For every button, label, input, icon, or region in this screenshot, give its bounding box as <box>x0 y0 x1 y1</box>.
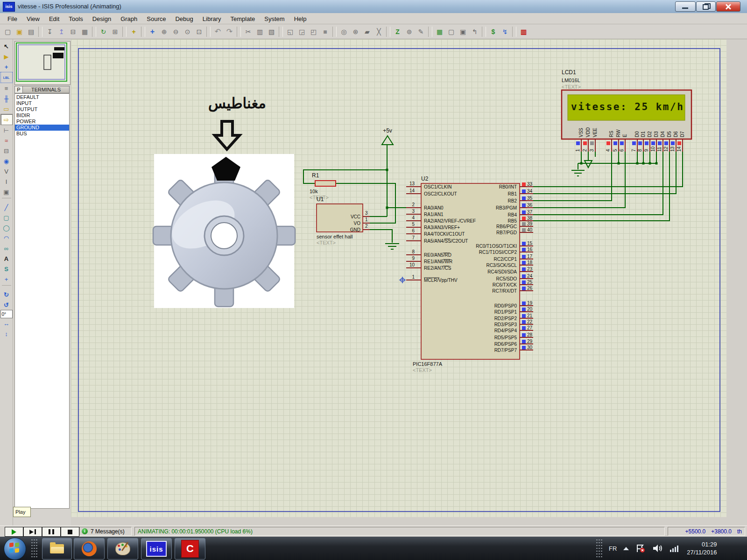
flip-horizontal-icon[interactable]: ↔ <box>1 318 12 329</box>
junction-dot-icon[interactable]: + <box>1 62 12 72</box>
sep[interactable] <box>237 27 241 37</box>
menu-item[interactable]: Source <box>142 14 170 23</box>
pick-parts-icon[interactable]: ◎ <box>338 26 350 37</box>
sep[interactable] <box>386 27 390 37</box>
sep[interactable] <box>38 27 42 37</box>
action-center-flag-icon[interactable] <box>635 544 646 553</box>
menu-item[interactable]: Library <box>198 14 226 23</box>
microcontroller-u2[interactable]: U2 PIC16F877A <TEXT> 13 OSC1/CLKIN 14 OS… <box>399 175 533 373</box>
path-2d-icon[interactable]: ∞ <box>1 243 12 253</box>
box-2d-icon[interactable]: ▢ <box>1 212 12 223</box>
sep[interactable] <box>2 198 11 201</box>
block-move-icon[interactable]: ◲ <box>296 26 308 37</box>
zoom-area-icon[interactable]: ⊡ <box>193 26 205 37</box>
sep[interactable] <box>332 27 337 37</box>
sep[interactable] <box>512 27 516 37</box>
volume-icon[interactable] <box>652 544 663 553</box>
wire[interactable] <box>533 152 683 221</box>
minimize-button[interactable] <box>675 1 696 12</box>
goto-sheet-icon[interactable]: ↰ <box>469 26 480 37</box>
clock[interactable]: 01:29 27/11/2016 <box>687 540 717 556</box>
sep[interactable] <box>141 27 145 37</box>
bill-of-materials-icon[interactable]: $ <box>487 26 499 37</box>
sep[interactable] <box>2 285 11 288</box>
menu-item[interactable]: View <box>22 14 44 23</box>
toggle-grid-icon[interactable]: ⊞ <box>109 26 121 37</box>
rotate-ccw-icon[interactable]: ↺ <box>1 300 12 310</box>
cut-icon[interactable]: ✂ <box>242 26 254 37</box>
lcd-display-lcd1[interactable]: LCD1 LM016L <TEXT> vitesse: 25 km/h 1 VS… <box>562 69 691 152</box>
play-button[interactable] <box>5 527 23 537</box>
sep[interactable] <box>279 27 283 37</box>
property-assignment-icon[interactable]: ✎ <box>415 26 427 37</box>
terminal-mode-icon[interactable]: ⇨ <box>0 114 13 125</box>
schematic-canvas[interactable]: مغناطيس <box>71 39 726 517</box>
arc-2d-icon[interactable]: ◠ <box>1 233 12 243</box>
origin-icon[interactable]: + <box>128 26 140 37</box>
selection-mode-icon[interactable]: ↖ <box>1 41 12 51</box>
show-hidden-icons[interactable] <box>623 547 629 550</box>
gear-image[interactable] <box>153 154 295 308</box>
mark-output-area-icon[interactable]: ▦ <box>79 26 91 37</box>
save-design-icon[interactable]: ▤ <box>25 26 37 37</box>
sensor-u1[interactable]: U1 VCC VO GND 3 1 2 sensor effet hall <T… <box>317 196 370 245</box>
export-section-icon[interactable]: ↥ <box>56 26 67 37</box>
menu-item[interactable]: Help <box>289 14 311 23</box>
zoom-all-icon[interactable]: ⊙ <box>182 26 193 37</box>
rotate-cw-icon[interactable]: ↻ <box>1 289 12 300</box>
print-icon[interactable]: ⊟ <box>67 26 79 37</box>
voltage-probe-icon[interactable]: V <box>1 166 12 176</box>
tape-recorder-icon[interactable]: ⊟ <box>1 146 12 156</box>
taskbar-firefox-button[interactable] <box>74 538 105 560</box>
pan-icon[interactable]: + <box>147 26 158 37</box>
device-pin-icon[interactable]: ⊢ <box>1 125 12 135</box>
menu-item[interactable]: Graph <box>116 14 142 23</box>
menu-item[interactable]: Template <box>226 14 260 23</box>
ground-symbol-lcd[interactable] <box>571 170 585 176</box>
message-counter[interactable]: i 7 Message(s) <box>79 527 132 536</box>
stop-button[interactable] <box>61 527 79 537</box>
open-design-icon[interactable]: ▣ <box>14 26 25 37</box>
marker-2d-icon[interactable]: + <box>1 274 12 284</box>
zoom-in-icon[interactable]: ⊕ <box>158 26 170 37</box>
terminal-list-item[interactable]: GROUND <box>15 125 69 131</box>
flip-vertical-icon[interactable]: ↕ <box>1 329 12 339</box>
design-explorer-icon[interactable]: ▦ <box>434 26 445 37</box>
current-probe-icon[interactable]: I <box>1 176 12 187</box>
remove-sheet-icon[interactable]: ▣ <box>457 26 469 37</box>
sep[interactable] <box>482 27 486 37</box>
search-tag-icon[interactable]: ⊚ <box>403 26 415 37</box>
menu-item[interactable]: Design <box>88 14 116 23</box>
close-button[interactable] <box>716 1 740 12</box>
generator-mode-icon[interactable]: ◉ <box>1 156 12 166</box>
sep[interactable] <box>92 27 96 37</box>
terminal-list-item[interactable]: DEFAULT <box>15 94 69 100</box>
pause-button[interactable] <box>42 527 61 537</box>
network-icon[interactable] <box>670 545 678 552</box>
text-2d-icon[interactable]: A <box>1 253 12 264</box>
subcircuit-icon[interactable]: ▭ <box>1 104 12 114</box>
circle-2d-icon[interactable]: ◯ <box>1 223 12 233</box>
sep[interactable] <box>122 27 127 37</box>
block-rotate-icon[interactable]: ◰ <box>308 26 319 37</box>
menu-item[interactable]: File <box>3 14 22 23</box>
symbol-2d-icon[interactable]: S <box>1 264 12 274</box>
terminal-list-item[interactable]: BUS <box>15 131 69 137</box>
import-section-icon[interactable]: ↧ <box>44 26 56 37</box>
packaging-tool-icon[interactable]: ▰ <box>361 26 373 37</box>
restore-button[interactable] <box>696 1 716 12</box>
netlist-to-ares-icon[interactable]: ▥ <box>518 26 529 37</box>
wire-autorouter-icon[interactable]: Z <box>392 26 403 37</box>
title-bar[interactable]: isis vitesse - ISIS Professional (Animat… <box>0 0 747 14</box>
step-button[interactable] <box>23 527 42 537</box>
bus-mode-icon[interactable]: ╫ <box>1 93 12 104</box>
language-indicator[interactable]: FR <box>609 545 617 552</box>
paste-icon[interactable]: ▧ <box>266 26 277 37</box>
taskbar-isis-button[interactable]: isis <box>141 538 172 560</box>
undo-icon[interactable]: ↶ <box>212 26 224 37</box>
power-terminal-lcd[interactable] <box>585 161 592 168</box>
wire-label-icon[interactable]: LBL <box>0 72 13 83</box>
component-mode-icon[interactable]: ▶ <box>1 51 12 62</box>
pick-device-button[interactable]: P <box>14 86 23 93</box>
menu-item[interactable]: Edit <box>44 14 64 23</box>
